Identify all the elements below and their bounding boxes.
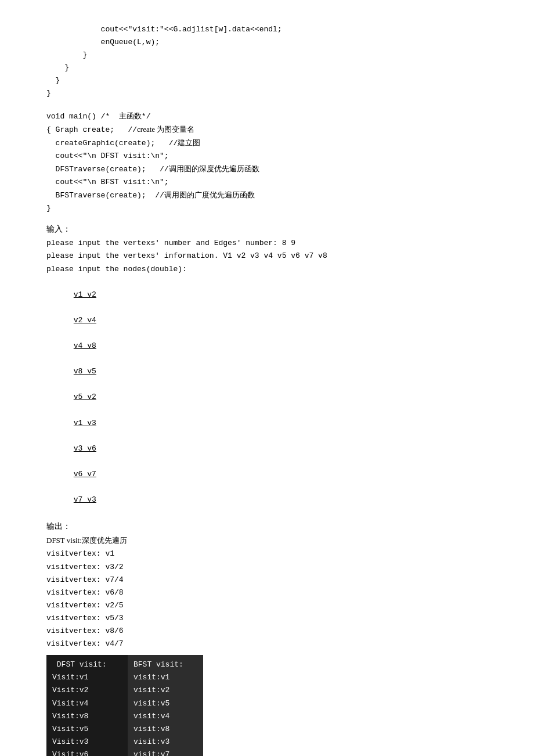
input-line-2: please input the vertexs' information. V…	[46, 250, 488, 262]
input-node-2: v2 v4	[74, 316, 96, 325]
output-line-7: visitvertex: v8/6	[46, 625, 488, 638]
input-node-5: v5 v2	[74, 393, 96, 401]
input-node-sep-1	[74, 303, 78, 312]
input-node-sep-2	[74, 329, 78, 337]
input-label: 输入：	[46, 224, 488, 235]
output-line-8: visitvertex: v4/7	[46, 638, 488, 650]
output-label: 输出：	[46, 521, 488, 532]
terminal-container: DFST visit: Visit:v1 Visit:v2 Visit:v4 V…	[46, 655, 488, 756]
output-line-1: visitvertex: v1	[46, 548, 488, 560]
output-line-2: visitvertex: v3/2	[46, 561, 488, 574]
input-node-6: v1 v3	[74, 419, 96, 427]
input-node-sep-4	[74, 380, 78, 388]
output-line-3: visitvertex: v7/4	[46, 574, 488, 586]
output-line-5: visitvertex: v2/5	[46, 599, 488, 612]
output-line-4: visitvertex: v6/8	[46, 586, 488, 599]
input-node-1: v1 v2	[74, 290, 96, 299]
input-line-3: please input the nodes(double):	[46, 263, 488, 276]
code-block-2: void main() /* 主函数*/ { Graph create; //c…	[46, 110, 488, 215]
page: cout<<"visit:"<<G.adjlist[w].data<<endl;…	[46, 23, 488, 756]
input-section: 输入： please input the vertexs' number and…	[46, 224, 488, 519]
input-node-3: v4 v8	[74, 341, 96, 350]
output-section: 输出： DFST visit:深度优先遍历 visitvertex: v1 vi…	[46, 521, 488, 650]
input-node-sep-5	[74, 406, 78, 415]
input-node-sep-3	[74, 354, 78, 363]
output-line-6: visitvertex: v5/3	[46, 612, 488, 625]
input-line-1: please input the vertexs' number and Edg…	[46, 237, 488, 250]
input-node-sep-6	[74, 431, 78, 440]
input-node-8: v6 v7	[74, 470, 96, 478]
output-line-0: DFST visit:深度优先遍历	[46, 534, 488, 548]
input-node-sep-8	[74, 483, 78, 491]
input-node-9: v7 v3	[74, 495, 96, 504]
input-node-7: v3 v6	[74, 444, 96, 453]
terminal-left: DFST visit: Visit:v1 Visit:v2 Visit:v4 V…	[46, 655, 128, 756]
input-node-4: v8 v5	[74, 367, 96, 376]
code-block-1: cout<<"visit:"<<G.adjlist[w].data<<endl;…	[46, 23, 488, 100]
input-line-4: v1 v2 v2 v4 v4 v8 v8 v5 v5 v2 v1 v3 v3 v…	[46, 276, 488, 520]
input-node-sep-7	[74, 457, 78, 466]
terminal-right: BFST visit: visit:v1 visit:v2 visit:v5 v…	[128, 655, 203, 756]
